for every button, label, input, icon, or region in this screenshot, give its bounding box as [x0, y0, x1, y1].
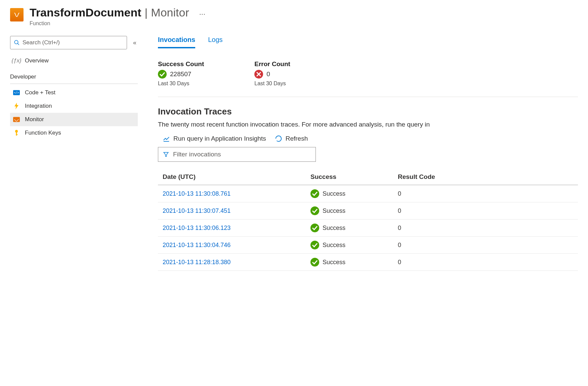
- run-query-link[interactable]: Run query in Application Insights: [163, 135, 266, 142]
- invocation-success-cell: Success: [310, 258, 398, 267]
- success-text: Success: [323, 225, 345, 232]
- traces-description: The twenty most recent function invocati…: [158, 121, 578, 128]
- success-count-label: Success Count: [158, 60, 204, 68]
- svg-text:</>: </>: [14, 91, 19, 94]
- success-text: Success: [323, 207, 345, 214]
- sidebar-search[interactable]: [10, 36, 127, 49]
- fx-icon: {ƒx}: [13, 57, 20, 64]
- invocation-result-code: 0: [398, 207, 573, 214]
- invocation-date-link[interactable]: 2021-10-13 11:30:06.123: [163, 225, 310, 232]
- sidebar-item-integration[interactable]: Integration: [10, 99, 138, 113]
- sidebar-item-function-keys[interactable]: Function Keys: [10, 126, 138, 140]
- svg-line-1: [17, 43, 19, 45]
- success-text: Success: [323, 190, 345, 197]
- invocation-date-link[interactable]: 2021-10-13 11:30:08.761: [163, 190, 310, 197]
- traces-title: Invocation Traces: [158, 106, 578, 117]
- error-count-block: Error Count 0 Last 30 Days: [254, 60, 290, 87]
- sidebar: « {ƒx} Overview Developer </> Code + Tes…: [10, 36, 144, 380]
- key-icon: [13, 130, 20, 136]
- title-separator: |: [145, 6, 148, 19]
- success-count-caption: Last 30 Days: [158, 81, 204, 87]
- success-icon: [310, 241, 319, 249]
- table-row: 2021-10-13 11:28:18.380Success0: [158, 254, 578, 271]
- filter-invocations[interactable]: [158, 147, 316, 162]
- table-row: 2021-10-13 11:30:08.761Success0: [158, 185, 578, 202]
- collapse-sidebar-button[interactable]: «: [132, 38, 138, 48]
- success-icon: [310, 258, 319, 267]
- success-badge-icon: [158, 70, 167, 79]
- error-count-caption: Last 30 Days: [254, 81, 290, 87]
- error-badge-icon: [254, 70, 263, 79]
- invocation-result-code: 0: [398, 242, 573, 249]
- col-date[interactable]: Date (UTC): [163, 173, 310, 181]
- table-row: 2021-10-13 11:30:07.451Success0: [158, 202, 578, 220]
- more-actions-button[interactable]: ···: [193, 10, 205, 18]
- tabs: Invocations Logs: [158, 36, 578, 48]
- sidebar-item-label: Function Keys: [25, 130, 61, 136]
- success-icon: [310, 189, 319, 198]
- col-success[interactable]: Success: [310, 173, 398, 181]
- sidebar-section-developer: Developer: [10, 67, 138, 84]
- table-row: 2021-10-13 11:30:04.746Success0: [158, 237, 578, 254]
- page-title: TransformDocument: [30, 6, 141, 19]
- success-icon: [310, 206, 319, 215]
- sidebar-item-code-test[interactable]: </> Code + Test: [10, 86, 138, 99]
- filter-input[interactable]: [173, 151, 311, 158]
- invocation-success-cell: Success: [310, 206, 398, 215]
- function-app-icon: [10, 8, 24, 21]
- page-section: Monitor: [151, 6, 189, 19]
- tab-invocations[interactable]: Invocations: [158, 36, 195, 48]
- main-content: Invocations Logs Success Count 228507 La…: [144, 36, 578, 380]
- invocation-result-code: 0: [398, 225, 573, 232]
- error-count-label: Error Count: [254, 60, 290, 68]
- error-count-value: 0: [266, 70, 270, 78]
- bolt-icon: [13, 103, 20, 109]
- tab-logs[interactable]: Logs: [208, 36, 222, 48]
- svg-marker-10: [164, 152, 168, 156]
- invocation-result-code: 0: [398, 259, 573, 266]
- success-text: Success: [323, 259, 345, 266]
- success-icon: [310, 224, 319, 232]
- refresh-button[interactable]: Refresh: [275, 135, 308, 142]
- svg-point-5: [15, 130, 18, 133]
- page-subtitle: Function: [30, 20, 578, 27]
- invocation-success-cell: Success: [310, 241, 398, 249]
- svg-rect-6: [16, 132, 17, 136]
- sidebar-item-monitor[interactable]: Monitor: [10, 113, 138, 126]
- invocation-date-link[interactable]: 2021-10-13 11:28:18.380: [163, 259, 310, 266]
- invocation-success-cell: Success: [310, 189, 398, 198]
- table-row: 2021-10-13 11:30:06.123Success0: [158, 220, 578, 237]
- invocation-date-link[interactable]: 2021-10-13 11:30:04.746: [163, 242, 310, 249]
- refresh-icon: [275, 135, 282, 142]
- search-icon: [14, 40, 20, 46]
- filter-icon: [163, 151, 169, 157]
- refresh-label: Refresh: [286, 135, 308, 142]
- chart-icon: [163, 135, 170, 142]
- success-count-block: Success Count 228507 Last 30 Days: [158, 60, 204, 87]
- sidebar-item-label: Integration: [25, 103, 52, 109]
- run-query-label: Run query in Application Insights: [173, 135, 266, 142]
- search-input[interactable]: [23, 39, 123, 46]
- invocation-success-cell: Success: [310, 224, 398, 232]
- code-icon: </>: [13, 90, 20, 95]
- svg-rect-7: [16, 134, 18, 135]
- invocation-date-link[interactable]: 2021-10-13 11:30:07.451: [163, 207, 310, 214]
- sidebar-item-overview[interactable]: {ƒx} Overview: [10, 54, 138, 67]
- col-result[interactable]: Result Code: [398, 173, 573, 181]
- invocation-result-code: 0: [398, 190, 573, 197]
- success-text: Success: [323, 242, 345, 249]
- svg-point-0: [14, 40, 18, 44]
- monitor-icon: [13, 117, 20, 122]
- invocations-table: Date (UTC) Success Result Code 2021-10-1…: [158, 169, 578, 271]
- sidebar-item-label: Monitor: [25, 116, 44, 123]
- sidebar-item-label: Code + Test: [25, 89, 55, 96]
- success-count-value: 228507: [170, 70, 191, 78]
- sidebar-item-label: Overview: [25, 57, 49, 64]
